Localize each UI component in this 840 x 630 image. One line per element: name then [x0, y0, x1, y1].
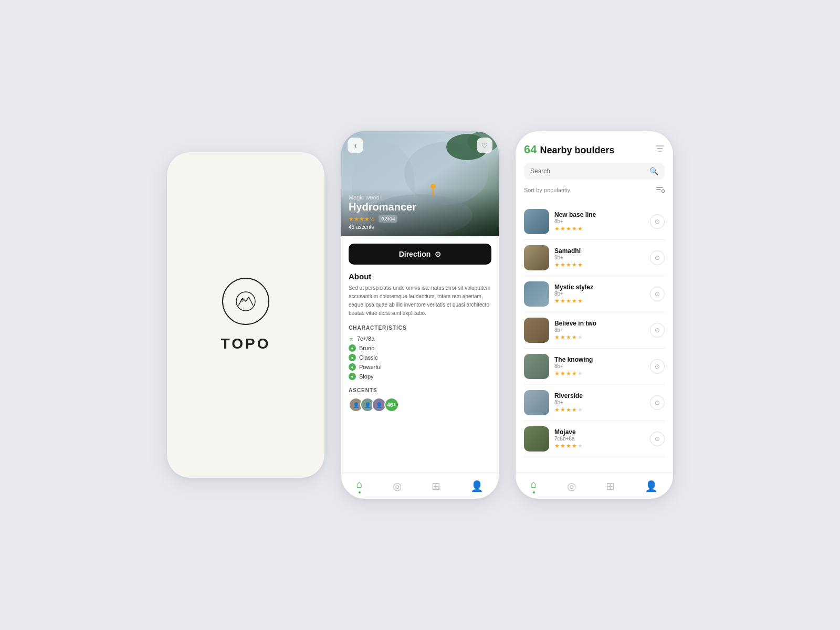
boulder-info-1: Samadhi 8b+ ★★★★★ [554, 247, 645, 268]
boulder-info-3: Believe in two 8b+ ★★★★★ [554, 320, 645, 341]
char-item-grade: ⌅ 7c+/8a [349, 335, 491, 342]
boulder-direction-btn-3[interactable]: ⊙ [650, 323, 665, 338]
boulder-thumb-3 [524, 318, 549, 343]
favorite-button[interactable]: ♡ [477, 138, 492, 153]
back-button[interactable]: ‹ [348, 138, 363, 153]
nav-profile[interactable]: 👤 [470, 480, 484, 492]
about-body: Sed ut perspiciatis unde omnis iste natu… [349, 284, 491, 318]
boulder-name-2: Mystic stylez [554, 284, 645, 291]
boulder-grade-0: 8b+ [554, 218, 645, 224]
star-filled: ★ [560, 225, 566, 232]
star-filled: ★ [560, 370, 566, 376]
star-filled: ★ [566, 370, 572, 376]
hero-title: Hydromancer [349, 201, 491, 213]
boulder-name-5: Riverside [554, 392, 645, 400]
star-half: ★ [572, 406, 578, 413]
direction-button[interactable]: Direction ⊙ [349, 244, 491, 265]
boulder-thumb-2 [524, 281, 549, 307]
star-empty: ★ [578, 334, 583, 340]
sort-icon[interactable] [656, 186, 665, 194]
boulder-info-0: New base line 8b+ ★★★★★ [554, 211, 645, 232]
boulder-count: 64 [524, 143, 537, 156]
char-item-setter: ● Bruno [349, 344, 491, 352]
boulder-direction-btn-0[interactable]: ⊙ [650, 214, 665, 229]
star-half: ★ [572, 443, 578, 449]
list-nav-home[interactable]: ⌂ [531, 478, 537, 494]
location-icon: ◎ [393, 480, 402, 492]
char-icon-grade: ⌅ [349, 335, 354, 342]
detail-nav: ⌂ ◎ ⊞ 👤 [341, 472, 499, 499]
boulder-name-3: Believe in two [554, 320, 645, 327]
boulder-direction-btn-6[interactable]: ⊙ [650, 432, 665, 446]
app-name: TOPO [221, 335, 271, 352]
list-nav-location[interactable]: ◎ [567, 480, 576, 492]
topo-logo [222, 278, 269, 325]
boulder-info-5: Riverside 8b+ ★★★★★ [554, 392, 645, 413]
star-filled: ★ [572, 225, 578, 232]
profile-icon: 👤 [470, 480, 484, 492]
boulder-direction-btn-5[interactable]: ⊙ [650, 395, 665, 410]
list-title: 64 Nearby boulders [524, 143, 615, 156]
topo-logo-svg [230, 291, 261, 312]
boulder-grade-2: 8b+ [554, 291, 645, 297]
char-icon-classic: ● [349, 354, 356, 361]
star-filled: ★ [566, 298, 572, 304]
list-nav-profile[interactable]: 👤 [645, 480, 658, 492]
boulder-info-4: The knowing 8b+ ★★★★★ [554, 356, 645, 377]
star-empty: ★ [578, 406, 583, 413]
star-half: ★ [572, 334, 578, 340]
star-filled: ★ [578, 298, 583, 304]
char-text-classic: Classic [359, 354, 377, 361]
about-title: About [349, 272, 491, 281]
star-filled: ★ [578, 225, 583, 232]
boulder-direction-btn-1[interactable]: ⊙ [650, 250, 665, 265]
boulder-direction-btn-2[interactable]: ⊙ [650, 287, 665, 301]
star-filled: ★ [554, 406, 560, 413]
hero-overlay: Magic wood Hydromancer ★★★★½ 0.8KM 46 as… [341, 188, 499, 236]
star-filled: ★ [572, 298, 578, 304]
sort-row: Sort by popularitiy [524, 184, 665, 196]
boulder-stars-4: ★★★★★ [554, 370, 645, 377]
list-nav-dot [533, 491, 535, 494]
char-item-classic: ● Classic [349, 354, 491, 361]
char-text-grade: 7c+/8a [357, 335, 374, 342]
boulder-grade-5: 8b+ [554, 400, 645, 405]
char-icon-setter: ● [349, 344, 356, 352]
boulder-item: Samadhi 8b+ ★★★★★ ⊙ [524, 240, 665, 276]
boulder-direction-btn-4[interactable]: ⊙ [650, 359, 665, 374]
avatar-count: 46+ [384, 397, 399, 412]
phone-list: 64 Nearby boulders 🔍 Sort by popularitiy [516, 131, 673, 499]
star-filled: ★ [566, 261, 572, 268]
star-filled: ★ [554, 334, 560, 340]
boulder-stars-2: ★★★★★ [554, 298, 645, 304]
boulder-thumb-4 [524, 354, 549, 379]
boulder-thumb-0 [524, 209, 549, 234]
list-nav-add[interactable]: ⊞ [606, 480, 615, 492]
boulder-grade-1: 8b+ [554, 255, 645, 260]
boulder-item: Riverside 8b+ ★★★★★ ⊙ [524, 385, 665, 421]
nav-location[interactable]: ◎ [393, 480, 402, 492]
star-filled: ★ [554, 443, 560, 449]
star-filled: ★ [572, 261, 578, 268]
boulder-grade-6: 7c8b+8a [554, 436, 645, 442]
star-filled: ★ [560, 443, 566, 449]
nav-dot [359, 491, 361, 494]
list-profile-icon: 👤 [645, 480, 658, 492]
star-filled: ★ [554, 298, 560, 304]
search-input[interactable] [530, 167, 645, 175]
boulder-stars-0: ★★★★★ [554, 225, 645, 232]
star-filled: ★ [554, 225, 560, 232]
list-home-icon: ⌂ [531, 478, 537, 490]
nav-add[interactable]: ⊞ [432, 480, 440, 492]
nav-home[interactable]: ⌂ [356, 478, 363, 494]
boulder-thumb-6 [524, 426, 549, 452]
list-location-icon: ◎ [567, 480, 576, 492]
char-label: CHARACTERISTICS [349, 325, 491, 331]
filter-icon[interactable] [655, 144, 665, 155]
hero-stars: ★★★★½ [349, 216, 374, 223]
star-filled: ★ [560, 406, 566, 413]
star-filled: ★ [560, 334, 566, 340]
search-box[interactable]: 🔍 [524, 163, 665, 180]
star-filled: ★ [566, 225, 572, 232]
char-item-slopy: ● Slopy [349, 373, 491, 380]
